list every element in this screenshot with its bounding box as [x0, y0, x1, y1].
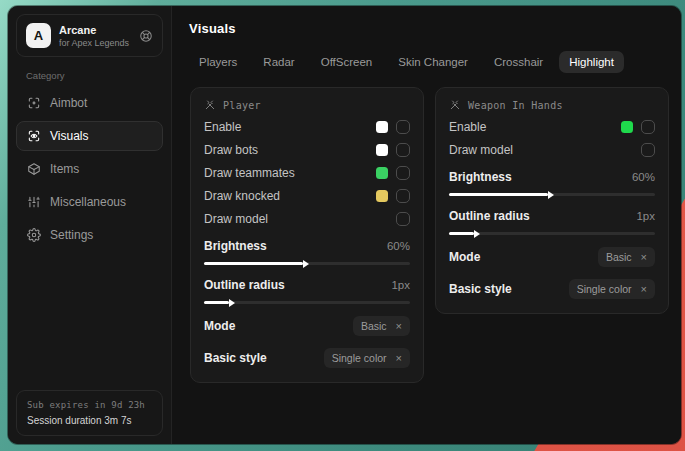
tag-value: Single color: [332, 352, 387, 364]
slider-brightness: Brightness60%: [449, 170, 655, 196]
slider-outline-radius: Outline radius1px: [449, 209, 655, 235]
toggle-label: Enable: [449, 120, 486, 134]
select-tag-single-color[interactable]: Single color×: [569, 279, 655, 299]
app-logo: A: [26, 23, 51, 48]
crosshair-focus-icon: [27, 96, 41, 110]
toggle-row-draw-teammates: Draw teammates: [204, 166, 410, 180]
checkbox-draw-bots[interactable]: [396, 143, 410, 157]
sidebar-item-miscellaneous[interactable]: Miscellaneous: [16, 187, 163, 217]
slider-track[interactable]: [204, 262, 410, 265]
panel-title: Player: [223, 100, 261, 111]
select-label: Mode: [204, 319, 235, 333]
slider-track[interactable]: [204, 301, 410, 304]
sidebar-nav: AimbotVisualsItemsMiscellaneousSettings: [8, 88, 171, 250]
slider-label: Brightness: [204, 239, 267, 253]
color-swatch[interactable]: [376, 167, 388, 179]
checkbox-draw-model[interactable]: [396, 212, 410, 226]
toggle-controls: [376, 189, 410, 203]
sidebar-item-aimbot[interactable]: Aimbot: [16, 88, 163, 118]
slider-fill[interactable]: [204, 262, 303, 265]
tools-icon: [204, 99, 216, 111]
tag-value: Single color: [577, 283, 632, 295]
color-swatch[interactable]: [621, 121, 633, 133]
tab-highlight[interactable]: Highlight: [559, 51, 624, 73]
select-tag-basic[interactable]: Basic×: [598, 247, 655, 267]
select-row-basic-style: Basic styleSingle color×: [204, 348, 410, 368]
tab-players[interactable]: Players: [189, 51, 247, 73]
toggle-row-draw-knocked: Draw knocked: [204, 189, 410, 203]
sidebar-item-items[interactable]: Items: [16, 154, 163, 184]
category-label: Category: [26, 70, 153, 81]
toggle-row-draw-model: Draw model: [449, 143, 655, 157]
slider-value: 60%: [632, 171, 655, 183]
tab-crosshair[interactable]: Crosshair: [484, 51, 553, 73]
lifebuoy-settings-icon[interactable]: [139, 29, 153, 43]
toggle-label: Draw bots: [204, 143, 258, 157]
toggle-controls: [376, 166, 410, 180]
panel-header: Player: [204, 99, 410, 111]
session-duration-text: Session duration 3m 7s: [27, 415, 152, 426]
tab-skin-changer[interactable]: Skin Changer: [388, 51, 478, 73]
select-row-mode: ModeBasic×: [449, 247, 655, 267]
app-title-block: Arcane for Apex Legends: [59, 24, 131, 48]
sub-expires-text: Sub expires in 9d 23h: [27, 400, 152, 410]
slider-fill[interactable]: [204, 301, 229, 304]
tag-remove-icon[interactable]: ×: [641, 284, 647, 295]
tab-offscreen[interactable]: OffScreen: [311, 51, 383, 73]
toggle-controls: [396, 212, 410, 226]
panel-weapon-in-hands: Weapon In HandsEnableDraw modelBrightnes…: [435, 87, 669, 314]
slider-brightness: Brightness60%: [204, 239, 410, 265]
toggle-controls: [621, 120, 655, 134]
scan-eye-icon: [27, 129, 41, 143]
app-header: A Arcane for Apex Legends: [16, 14, 163, 57]
slider-header: Brightness60%: [449, 170, 655, 184]
sidebar-item-settings[interactable]: Settings: [16, 220, 163, 250]
slider-label: Outline radius: [204, 278, 285, 292]
checkbox-enable[interactable]: [641, 120, 655, 134]
slider-header: Brightness60%: [204, 239, 410, 253]
slider-outline-radius: Outline radius1px: [204, 278, 410, 304]
sidebar-item-visuals[interactable]: Visuals: [16, 121, 163, 151]
toggle-controls: [641, 143, 655, 157]
color-swatch[interactable]: [376, 121, 388, 133]
color-swatch[interactable]: [376, 144, 388, 156]
package-icon: [27, 162, 41, 176]
checkbox-draw-model[interactable]: [641, 143, 655, 157]
toggle-label: Draw knocked: [204, 189, 280, 203]
settings-cards: PlayerEnableDraw botsDraw teammatesDraw …: [189, 87, 669, 383]
toggle-row-draw-model: Draw model: [204, 212, 410, 226]
checkbox-draw-teammates[interactable]: [396, 166, 410, 180]
app-subtitle: for Apex Legends: [59, 38, 131, 48]
slider-track[interactable]: [449, 193, 655, 196]
toggle-row-enable: Enable: [449, 120, 655, 134]
tag-remove-icon[interactable]: ×: [641, 252, 647, 263]
sidebar-item-label: Settings: [50, 228, 93, 242]
sidebar-item-label: Aimbot: [50, 96, 87, 110]
slider-fill[interactable]: [449, 232, 474, 235]
sidebar-item-label: Miscellaneous: [50, 195, 126, 209]
toggle-label: Enable: [204, 120, 241, 134]
select-tag-basic[interactable]: Basic×: [353, 316, 410, 336]
tag-remove-icon[interactable]: ×: [396, 353, 402, 364]
select-label: Mode: [449, 250, 480, 264]
app-window: A Arcane for Apex Legends Category Aimbo…: [8, 6, 681, 444]
panel-header: Weapon In Hands: [449, 99, 655, 111]
toggle-row-draw-bots: Draw bots: [204, 143, 410, 157]
select-tag-single-color[interactable]: Single color×: [324, 348, 410, 368]
tag-remove-icon[interactable]: ×: [396, 321, 402, 332]
toggle-controls: [376, 143, 410, 157]
slider-track[interactable]: [449, 232, 655, 235]
slider-value: 60%: [387, 240, 410, 252]
color-swatch[interactable]: [376, 190, 388, 202]
checkbox-enable[interactable]: [396, 120, 410, 134]
slider-header: Outline radius1px: [449, 209, 655, 223]
tag-value: Basic: [606, 251, 632, 263]
tab-radar[interactable]: Radar: [253, 51, 304, 73]
page-title: Visuals: [189, 21, 669, 36]
checkbox-draw-knocked[interactable]: [396, 189, 410, 203]
sidebar-item-label: Visuals: [50, 129, 88, 143]
slider-fill[interactable]: [449, 193, 548, 196]
toggle-row-enable: Enable: [204, 120, 410, 134]
slider-header: Outline radius1px: [204, 278, 410, 292]
sidebar-item-label: Items: [50, 162, 79, 176]
